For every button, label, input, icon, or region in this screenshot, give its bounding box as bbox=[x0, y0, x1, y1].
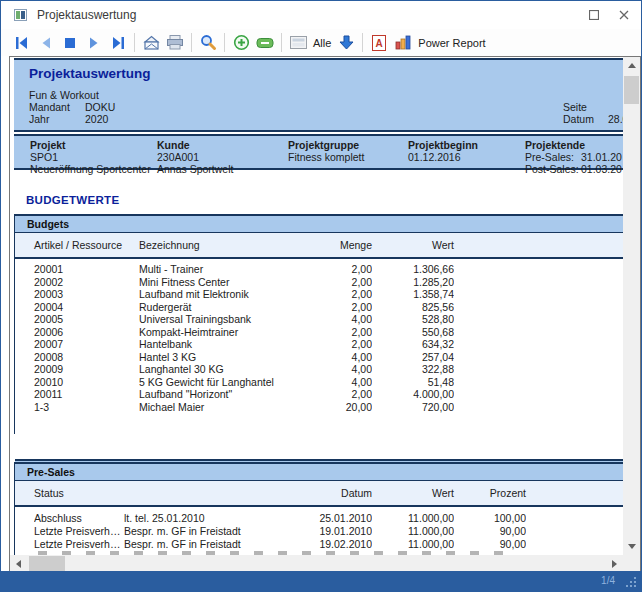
scroll-down-button[interactable] bbox=[623, 538, 640, 555]
up-arrow-icon bbox=[628, 63, 636, 68]
datum-cell: 19.02.2010 bbox=[300, 538, 372, 550]
pdf-export-button[interactable]: A bbox=[367, 31, 391, 54]
stop-button[interactable] bbox=[58, 31, 82, 54]
budget-row: 20011 Laufband "Horizont" 2,00 4.000,00 bbox=[15, 388, 623, 401]
wert-cell: 11.000,00 bbox=[372, 512, 454, 524]
bezeichnung-cell: Mini Fitness Center bbox=[139, 276, 312, 288]
mandant-value: DOKU bbox=[85, 101, 115, 113]
kunde-name: Annas Sportwelt bbox=[157, 163, 233, 175]
report-title: Projektauswertung bbox=[29, 66, 151, 81]
pre-sales-rows: Abschluss lt. tel. 25.01.2010 25.01.2010… bbox=[15, 511, 623, 550]
search-button[interactable] bbox=[196, 31, 220, 54]
bezeichnung-cell: Kompakt-Heimtrainer bbox=[139, 326, 312, 338]
toolbar-separator bbox=[362, 33, 363, 52]
bezeichnung-cell: Langhantel 30 KG bbox=[139, 363, 312, 375]
titlebar[interactable]: Projektauswertung bbox=[1, 1, 641, 29]
close-button[interactable] bbox=[609, 1, 639, 29]
pre-sales-row: Letzte Preisverhandlu... Bespr. m. GF in… bbox=[15, 524, 623, 537]
bezeichnung-cell: Laufband mit Elektronik bbox=[139, 288, 312, 300]
menge-cell: 20,00 bbox=[312, 401, 372, 413]
toolbar-separator bbox=[134, 33, 135, 52]
scroll-up-button[interactable] bbox=[623, 57, 640, 74]
first-page-button[interactable] bbox=[10, 31, 34, 54]
bezeichnung-cell: Hantel 3 KG bbox=[139, 351, 312, 363]
maximize-button[interactable] bbox=[579, 1, 609, 29]
toolbar-separator bbox=[281, 33, 282, 52]
scroll-left-button[interactable] bbox=[10, 555, 27, 572]
artikel-cell: 1-3 bbox=[34, 401, 139, 413]
previous-page-button[interactable] bbox=[34, 31, 58, 54]
detail-cell: Bespr. m. GF in Freistadt bbox=[124, 538, 300, 550]
mandant-label: Mandant bbox=[29, 101, 70, 113]
print-icon bbox=[166, 35, 184, 50]
email-button[interactable] bbox=[139, 31, 163, 54]
next-page-icon bbox=[86, 35, 102, 51]
wert-cell: 257,04 bbox=[372, 351, 454, 363]
window-title: Projektauswertung bbox=[37, 8, 136, 22]
seite-label: Seite bbox=[563, 101, 587, 113]
resize-grip[interactable] bbox=[626, 577, 636, 587]
last-page-button[interactable] bbox=[106, 31, 130, 54]
budget-row: 20004 Rudergerät 2,00 825,56 bbox=[15, 301, 623, 314]
projektauswertung-window: Projektauswertung bbox=[0, 0, 642, 592]
next-page-button[interactable] bbox=[82, 31, 106, 54]
column-header: Prozent bbox=[454, 487, 526, 499]
artikel-cell: 20011 bbox=[34, 388, 139, 400]
app-icon bbox=[14, 9, 27, 21]
horizontal-scroll-thumb[interactable] bbox=[29, 556, 65, 571]
zoom-out-icon bbox=[256, 37, 274, 49]
wert-cell: 4.000,00 bbox=[372, 388, 454, 400]
pre-sales-row: Abschluss lt. tel. 25.01.2010 25.01.2010… bbox=[15, 511, 623, 524]
report-page: Projektauswertung Fun & Workout Mandant … bbox=[10, 57, 623, 555]
all-pages-button[interactable] bbox=[286, 31, 310, 54]
download-all-button[interactable] bbox=[334, 31, 358, 54]
toolbar-separator bbox=[224, 33, 225, 52]
zoom-in-button[interactable] bbox=[229, 31, 253, 54]
bezeichnung-cell: Rudergerät bbox=[139, 301, 312, 313]
wert-cell: 51,48 bbox=[372, 376, 454, 388]
projektbeginn-label: Projektbeginn bbox=[408, 139, 478, 151]
menge-cell: 2,00 bbox=[312, 263, 372, 275]
power-report-button[interactable] bbox=[391, 31, 415, 54]
search-icon bbox=[200, 34, 217, 51]
section-heading: BUDGETWERTE bbox=[26, 194, 119, 206]
status-cell: Abschluss bbox=[34, 512, 124, 524]
budget-row: 1-3 Michael Maier 20,00 720,00 bbox=[15, 401, 623, 414]
projekt-label: Projekt bbox=[30, 139, 66, 151]
report-preview: Projektauswertung Fun & Workout Mandant … bbox=[9, 56, 641, 573]
jahr-value: 2020 bbox=[85, 113, 108, 125]
prozent-cell: 90,00 bbox=[454, 538, 526, 550]
wert-cell: 1.358,74 bbox=[372, 288, 454, 300]
menge-cell: 2,00 bbox=[312, 326, 372, 338]
pdf-icon: A bbox=[372, 35, 386, 51]
wert-cell: 1.306,66 bbox=[372, 263, 454, 275]
vertical-scrollbar[interactable] bbox=[623, 57, 640, 555]
datum-cell: 25.01.2010 bbox=[300, 512, 372, 524]
column-header: Status bbox=[34, 487, 124, 499]
menge-cell: 4,00 bbox=[312, 363, 372, 375]
horizontal-scrollbar[interactable] bbox=[10, 555, 623, 572]
pre-sales-table: Pre-Sales Status Datum Wert Prozent Absc… bbox=[14, 462, 623, 555]
scroll-right-button[interactable] bbox=[606, 555, 623, 572]
bezeichnung-cell: Laufband "Horizont" bbox=[139, 388, 312, 400]
projektgruppe-label: Projektgruppe bbox=[288, 139, 359, 151]
budget-row: 20003 Laufband mit Elektronik 2,00 1.358… bbox=[15, 288, 623, 301]
svg-text:A: A bbox=[376, 37, 383, 48]
column-header: Bezeichnung bbox=[139, 239, 312, 251]
print-button[interactable] bbox=[163, 31, 187, 54]
toolbar-separator bbox=[191, 33, 192, 52]
wert-cell: 11.000,00 bbox=[372, 538, 454, 550]
bezeichnung-cell: Universal Trainingsbank bbox=[139, 313, 312, 325]
wert-cell: 634,32 bbox=[372, 338, 454, 350]
artikel-cell: 20006 bbox=[34, 326, 139, 338]
page-indicator: 1/4 bbox=[601, 575, 615, 586]
zoom-out-button[interactable] bbox=[253, 31, 277, 54]
budget-row: 20007 Hantelbank 2,00 634,32 bbox=[15, 338, 623, 351]
vertical-scroll-thumb[interactable] bbox=[624, 76, 639, 104]
maximize-icon bbox=[589, 10, 599, 20]
left-arrow-icon bbox=[16, 560, 21, 568]
budgets-table-title: Budgets bbox=[15, 214, 623, 233]
kunde-label: Kunde bbox=[157, 139, 190, 151]
power-report-label: Power Report bbox=[418, 37, 485, 49]
post-sales-label: Post-Sales: bbox=[525, 163, 579, 175]
